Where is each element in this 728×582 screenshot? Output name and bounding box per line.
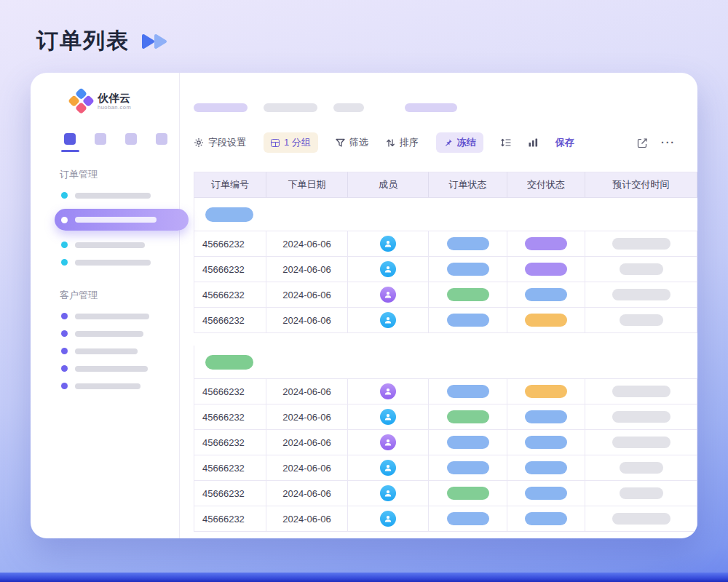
order-date-cell[interactable]: 2024-06-06 (266, 231, 348, 257)
column-header[interactable]: 交付状态 (507, 172, 585, 198)
filter-button[interactable]: 筛选 (336, 136, 368, 149)
member-cell[interactable] (348, 430, 429, 455)
member-cell[interactable] (348, 282, 429, 308)
sidebar-item[interactable] (61, 192, 179, 199)
sidebar-item[interactable] (61, 365, 179, 372)
order-status-cell[interactable] (429, 455, 507, 481)
order-no-cell[interactable]: 45666232 (194, 257, 266, 282)
sort-button[interactable]: 排序 (386, 136, 419, 149)
order-no-cell[interactable]: 45666232 (194, 506, 266, 532)
share-button[interactable] (637, 137, 648, 148)
eta-cell[interactable] (585, 481, 697, 506)
member-avatar-icon (380, 261, 396, 277)
order-status-cell[interactable] (429, 506, 507, 532)
member-cell[interactable] (348, 404, 429, 430)
delivery-status-cell[interactable] (507, 257, 585, 282)
order-status-cell[interactable] (429, 430, 507, 455)
order-status-cell[interactable] (429, 231, 507, 257)
group-label: 1 分组 (284, 136, 311, 149)
sidebar-tab-2[interactable] (95, 133, 106, 145)
row-height-icon (501, 138, 511, 147)
member-cell[interactable] (348, 506, 429, 532)
save-button[interactable]: 保存 (555, 136, 574, 149)
order-date-cell[interactable]: 2024-06-06 (266, 506, 348, 532)
order-status-cell[interactable] (429, 481, 507, 506)
delivery-status-pill (525, 487, 567, 500)
eta-cell[interactable] (585, 430, 697, 455)
member-cell[interactable] (348, 257, 429, 282)
eta-cell[interactable] (585, 282, 697, 308)
order-no-cell[interactable]: 45666232 (194, 231, 266, 257)
order-no-cell[interactable]: 45666232 (194, 481, 266, 506)
sidebar-item[interactable] (61, 259, 179, 266)
member-cell[interactable] (348, 379, 429, 404)
order-date-cell[interactable]: 2024-06-06 (266, 308, 348, 333)
eta-cell[interactable] (585, 404, 697, 430)
order-no-cell[interactable]: 45666232 (194, 379, 266, 404)
more-button[interactable]: ··· (661, 137, 676, 148)
sidebar-item[interactable] (61, 313, 179, 319)
column-header[interactable]: 预计交付时间 (585, 172, 697, 198)
order-no-cell[interactable]: 45666232 (194, 430, 266, 455)
sidebar-tab-4[interactable] (156, 133, 167, 145)
eta-cell[interactable] (585, 231, 697, 257)
member-cell[interactable] (348, 481, 429, 506)
freeze-button[interactable]: 冻结 (436, 132, 483, 153)
order-date-cell[interactable]: 2024-06-06 (266, 282, 348, 308)
sidebar-item[interactable] (61, 383, 179, 389)
row-height-button[interactable] (501, 138, 511, 147)
eta-cell[interactable] (585, 455, 697, 481)
delivery-status-cell[interactable] (507, 506, 585, 532)
eta-cell[interactable] (585, 257, 697, 282)
sidebar-tab-1[interactable] (64, 133, 76, 145)
column-header[interactable]: 成员 (348, 172, 429, 198)
order-status-cell[interactable] (429, 282, 507, 308)
order-no-cell[interactable]: 45666232 (194, 455, 266, 481)
delivery-status-cell[interactable] (507, 455, 585, 481)
group-header-row[interactable] (194, 346, 697, 379)
group-button[interactable]: 1 分组 (264, 132, 318, 153)
column-header[interactable]: 订单编号 (194, 172, 266, 198)
field-settings-button[interactable]: 字段设置 (194, 136, 246, 149)
order-date-cell[interactable]: 2024-06-06 (266, 430, 348, 455)
order-date-cell[interactable]: 2024-06-06 (266, 257, 348, 282)
member-cell[interactable] (348, 455, 429, 481)
order-date-cell[interactable]: 2024-06-06 (266, 404, 348, 430)
app-window: 伙伴云 huoban.com 订单管理客户管理 (31, 73, 697, 538)
skeleton-pill (333, 103, 364, 112)
order-date-cell[interactable]: 2024-06-06 (266, 481, 348, 506)
order-status-cell[interactable] (429, 257, 507, 282)
sidebar-item[interactable] (61, 348, 179, 354)
order-date-cell[interactable]: 2024-06-06 (266, 379, 348, 404)
pin-icon (443, 138, 453, 148)
order-no-cell[interactable]: 45666232 (194, 282, 266, 308)
eta-cell[interactable] (585, 308, 697, 333)
order-date-cell[interactable]: 2024-06-06 (266, 455, 348, 481)
delivery-status-cell[interactable] (507, 282, 585, 308)
order-no-cell[interactable]: 45666232 (194, 308, 266, 333)
sidebar-tab-3[interactable] (125, 133, 137, 145)
delivery-status-cell[interactable] (507, 308, 585, 333)
order-status-cell[interactable] (429, 308, 507, 333)
delivery-status-cell[interactable] (507, 404, 585, 430)
eta-cell[interactable] (585, 506, 697, 532)
order-no-cell[interactable]: 45666232 (194, 404, 266, 430)
column-header[interactable]: 下单日期 (266, 172, 348, 198)
sidebar-item-active[interactable] (55, 209, 189, 231)
group-header-row[interactable] (194, 198, 697, 231)
column-header[interactable]: 订单状态 (429, 172, 507, 198)
eta-cell[interactable] (585, 379, 697, 404)
delivery-status-cell[interactable] (507, 231, 585, 257)
member-cell[interactable] (348, 231, 429, 257)
placeholder-bar (75, 331, 143, 337)
member-cell[interactable] (348, 308, 429, 333)
order-status-cell[interactable] (429, 379, 507, 404)
delivery-status-cell[interactable] (507, 481, 585, 506)
delivery-status-cell[interactable] (507, 379, 585, 404)
sidebar-item[interactable] (61, 242, 179, 248)
sidebar-item[interactable] (61, 330, 179, 337)
delivery-status-cell[interactable] (507, 430, 585, 455)
table-group: 456662322024-06-06456662322024-06-064566… (194, 198, 697, 333)
order-status-cell[interactable] (429, 404, 507, 430)
chart-button[interactable] (529, 138, 538, 147)
